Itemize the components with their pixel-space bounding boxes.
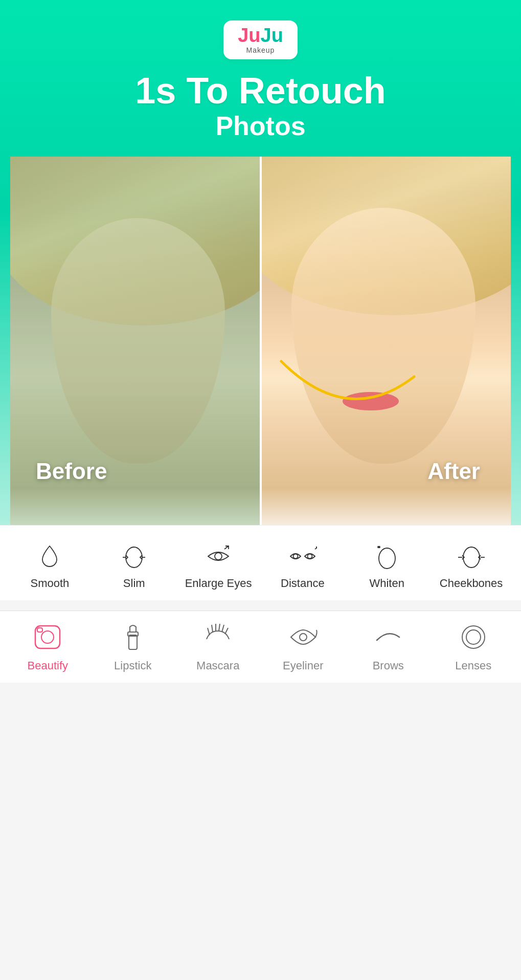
bottom-nav: Beautify Lipstick (0, 611, 521, 683)
tool-smooth[interactable]: Smooth (8, 541, 92, 590)
svg-rect-18 (37, 628, 42, 632)
svg-point-3 (215, 553, 222, 560)
photo-divider (260, 157, 262, 525)
nav-row: Beautify Lipstick (5, 619, 516, 672)
slim-label: Slim (123, 577, 145, 590)
svg-point-8 (379, 548, 395, 569)
eyeliner-label: Eyeliner (283, 659, 323, 672)
svg-rect-16 (35, 626, 60, 648)
after-label: After (427, 459, 480, 484)
beautify-label: Beautify (28, 659, 69, 672)
nav-lipstick[interactable]: Lipstick (90, 619, 176, 672)
nav-beautify[interactable]: Beautify (5, 619, 90, 672)
tool-enlarge-eyes[interactable]: Enlarge Eyes (176, 541, 261, 590)
nav-lenses[interactable]: Lenses (431, 619, 516, 672)
enlarge-eyes-icon (203, 541, 234, 572)
logo-ju2: Ju (261, 25, 283, 46)
eyeliner-icon (285, 619, 321, 655)
cheekbones-icon (456, 541, 487, 572)
distance-label: Distance (281, 577, 325, 590)
beautify-icon (30, 619, 65, 655)
before-label: Before (36, 459, 107, 484)
svg-point-6 (307, 554, 312, 558)
yellow-curve (271, 346, 424, 423)
svg-point-29 (466, 630, 481, 644)
enlarge-eyes-label: Enlarge Eyes (185, 577, 252, 590)
whiten-icon (372, 541, 402, 572)
svg-line-25 (222, 625, 224, 632)
slim-icon (119, 541, 149, 572)
tool-distance[interactable]: Distance (260, 541, 345, 590)
tool-cheekbones[interactable]: Cheekbones (429, 541, 513, 590)
tools-section: Smooth Slim (0, 525, 521, 600)
logo-container: JuJu Makeup (223, 20, 298, 59)
before-after-container: Before After (10, 157, 511, 525)
svg-line-4 (224, 546, 229, 549)
svg-rect-19 (129, 635, 137, 649)
smooth-label: Smooth (31, 577, 70, 590)
svg-line-26 (225, 628, 228, 634)
smooth-icon (34, 541, 65, 572)
hero-title: 1s To Retouch (10, 72, 511, 111)
tools-row: Smooth Slim (5, 541, 516, 590)
nav-mascara[interactable]: Mascara (175, 619, 261, 672)
logo-ju1: Ju (238, 25, 260, 46)
mascara-icon (200, 619, 236, 655)
svg-line-22 (212, 625, 213, 632)
svg-point-28 (462, 626, 485, 648)
before-after-inner: Before After (10, 157, 511, 525)
lenses-icon (456, 619, 491, 655)
brows-label: Brows (373, 659, 404, 672)
brows-icon (370, 619, 406, 655)
logo-sub: Makeup (238, 46, 283, 54)
tool-whiten[interactable]: Whiten (345, 541, 429, 590)
svg-point-13 (463, 547, 480, 568)
hero-section: JuJu Makeup 1s To Retouch Photos (0, 0, 521, 525)
svg-point-27 (300, 634, 307, 641)
svg-point-5 (293, 554, 298, 558)
mascara-label: Mascara (196, 659, 239, 672)
lipstick-icon (115, 619, 151, 655)
whiten-label: Whiten (369, 577, 404, 590)
hero-subtitle: Photos (10, 111, 511, 141)
svg-point-17 (41, 631, 54, 643)
nav-eyeliner[interactable]: Eyeliner (261, 619, 346, 672)
svg-line-24 (219, 624, 220, 631)
tool-slim[interactable]: Slim (92, 541, 176, 590)
nav-brows[interactable]: Brows (346, 619, 431, 672)
lipstick-label: Lipstick (114, 659, 151, 672)
cheekbones-label: Cheekbones (440, 577, 503, 590)
svg-line-21 (208, 628, 210, 635)
distance-icon (287, 541, 318, 572)
lenses-label: Lenses (455, 659, 491, 672)
